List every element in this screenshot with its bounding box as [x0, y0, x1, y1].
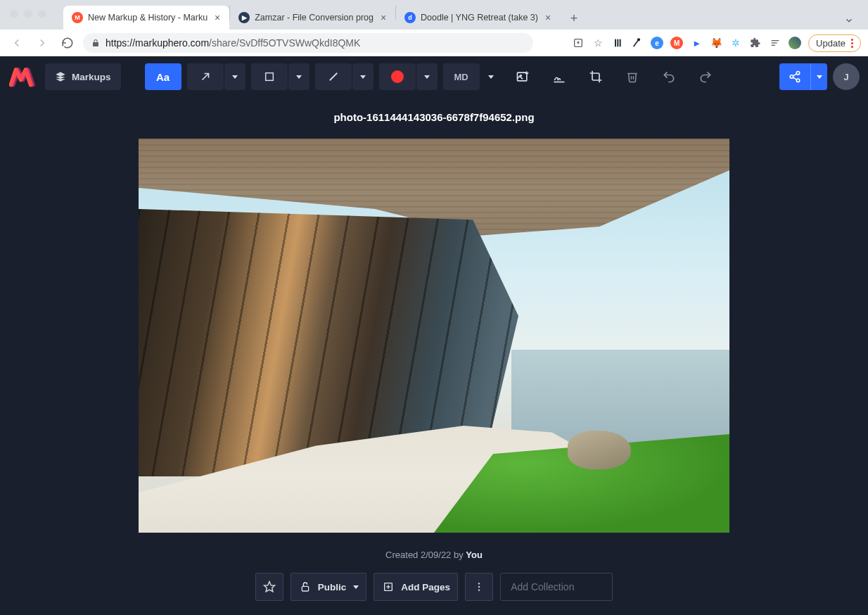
- share-button[interactable]: [779, 63, 827, 90]
- traffic-minimize[interactable]: [24, 10, 32, 18]
- app-toolbar: Markups Aa: [0, 56, 868, 97]
- delete-button[interactable]: [617, 63, 648, 90]
- close-icon[interactable]: ×: [212, 13, 222, 23]
- close-icon[interactable]: ×: [378, 13, 388, 23]
- browser-tab-1[interactable]: ▶ Zamzar - File Conversion prog ×: [230, 6, 395, 30]
- crop-button[interactable]: [580, 63, 611, 90]
- svg-line-19: [793, 74, 796, 76]
- favicon: M: [72, 12, 83, 23]
- crop-icon: [589, 70, 603, 84]
- svg-line-8: [202, 74, 208, 80]
- layers-icon: [55, 71, 66, 82]
- canvas-area: photo-1611444143036-6678f7f94652.png Cre…: [0, 97, 868, 615]
- svg-point-12: [520, 75, 521, 77]
- signature-button[interactable]: [544, 63, 575, 90]
- chevron-down-icon: [817, 75, 822, 79]
- extension-icon[interactable]: 🦊: [710, 37, 722, 49]
- close-icon[interactable]: ×: [543, 13, 553, 23]
- forward-button[interactable]: [32, 33, 52, 53]
- app-logo[interactable]: [8, 65, 39, 89]
- lock-icon: [91, 39, 100, 47]
- extension-icon[interactable]: e: [651, 37, 663, 49]
- size-picker-button[interactable]: MD: [443, 63, 480, 90]
- arrow-tool-group: [187, 63, 245, 90]
- more-button[interactable]: [465, 573, 493, 601]
- favorite-button[interactable]: [255, 573, 283, 601]
- update-label: Update: [816, 38, 845, 49]
- add-pages-label: Add Pages: [401, 582, 450, 592]
- extension-icon[interactable]: ▸: [690, 37, 703, 49]
- markups-button[interactable]: Markups: [45, 63, 121, 90]
- profile-avatar[interactable]: [789, 37, 801, 49]
- url: https://markuphero.com/share/SvDff5OTVSW…: [106, 37, 360, 49]
- chevron-down-icon: [232, 75, 238, 79]
- extension-icon[interactable]: M: [670, 37, 683, 49]
- svg-rect-1: [615, 39, 616, 47]
- traffic-close[interactable]: [10, 10, 18, 18]
- favicon: d: [404, 12, 416, 23]
- update-button[interactable]: Update: [808, 34, 861, 52]
- insert-image-button[interactable]: [507, 63, 538, 90]
- signature-icon: [552, 70, 566, 84]
- image-plus-icon: [516, 70, 530, 84]
- svg-rect-2: [617, 39, 618, 47]
- file-title[interactable]: photo-1611444143036-6678f7f94652.png: [333, 111, 534, 123]
- svg-point-17: [790, 75, 793, 79]
- redo-button[interactable]: [690, 63, 721, 90]
- color-picker-button[interactable]: [379, 63, 416, 90]
- tab-title: Doodle | YNG Retreat (take 3): [421, 13, 538, 23]
- redo-icon: [698, 70, 713, 84]
- chevron-down-icon: [424, 75, 430, 79]
- extensions-puzzle-icon[interactable]: [749, 37, 762, 49]
- extension-icon[interactable]: ✲: [729, 37, 742, 49]
- address-bar[interactable]: https://markuphero.com/share/SvDff5OTVSW…: [83, 33, 533, 53]
- back-button[interactable]: [7, 33, 27, 53]
- rectangle-icon: [264, 71, 275, 82]
- pen-tool-dropdown[interactable]: [352, 63, 374, 90]
- unlock-icon: [300, 581, 311, 592]
- app: Markups Aa: [0, 56, 868, 615]
- undo-icon: [662, 70, 676, 84]
- undo-button[interactable]: [653, 63, 684, 90]
- size-picker-dropdown[interactable]: [480, 63, 502, 90]
- tabs-menu-button[interactable]: [844, 15, 854, 25]
- star-icon[interactable]: ☆: [592, 37, 604, 49]
- reload-button[interactable]: [58, 33, 77, 53]
- browser-tab-2[interactable]: d Doodle | YNG Retreat (take 3) ×: [396, 6, 560, 30]
- tab-strip: M New Markup & History - Marku × ▶ Zamza…: [0, 0, 868, 30]
- visibility-button[interactable]: Public: [291, 573, 367, 601]
- svg-point-26: [478, 583, 480, 584]
- add-pages-button[interactable]: Add Pages: [374, 573, 458, 601]
- svg-point-16: [796, 72, 800, 75]
- svg-point-28: [478, 589, 480, 590]
- install-icon[interactable]: [572, 37, 585, 49]
- add-collection-input[interactable]: Add Collection: [500, 573, 613, 601]
- chevron-down-icon: [360, 75, 366, 79]
- kebab-icon: [473, 581, 485, 592]
- traffic-zoom[interactable]: [38, 10, 46, 18]
- new-tab-button[interactable]: +: [564, 8, 584, 28]
- shape-tool-button[interactable]: [251, 63, 288, 90]
- tab-title: Zamzar - File Conversion prog: [255, 13, 374, 23]
- color-picker-dropdown[interactable]: [416, 63, 438, 90]
- pen-tool-button[interactable]: [315, 63, 352, 90]
- bottom-bar: Public Add Pages Add Collection: [255, 573, 613, 601]
- svg-point-4: [638, 39, 640, 41]
- shape-tool-group: [251, 63, 309, 90]
- share-dropdown[interactable]: [810, 63, 827, 90]
- user-avatar[interactable]: J: [833, 63, 860, 90]
- chevron-down-icon: [353, 585, 359, 589]
- extension-icon[interactable]: [631, 37, 644, 49]
- address-right: ☆ e M ▸ 🦊 ✲ Update: [572, 34, 861, 52]
- text-tool-button[interactable]: Aa: [145, 63, 181, 90]
- image-canvas[interactable]: [139, 139, 729, 533]
- color-picker-group: [379, 63, 438, 90]
- star-icon: [263, 581, 276, 593]
- extension-icon[interactable]: [611, 37, 624, 49]
- media-icon[interactable]: [769, 37, 781, 49]
- browser-tab-0[interactable]: M New Markup & History - Marku ×: [63, 6, 229, 30]
- arrow-tool-dropdown[interactable]: [224, 63, 245, 90]
- arrow-tool-button[interactable]: [187, 63, 224, 90]
- markups-label: Markups: [72, 72, 111, 82]
- shape-tool-dropdown[interactable]: [288, 63, 309, 90]
